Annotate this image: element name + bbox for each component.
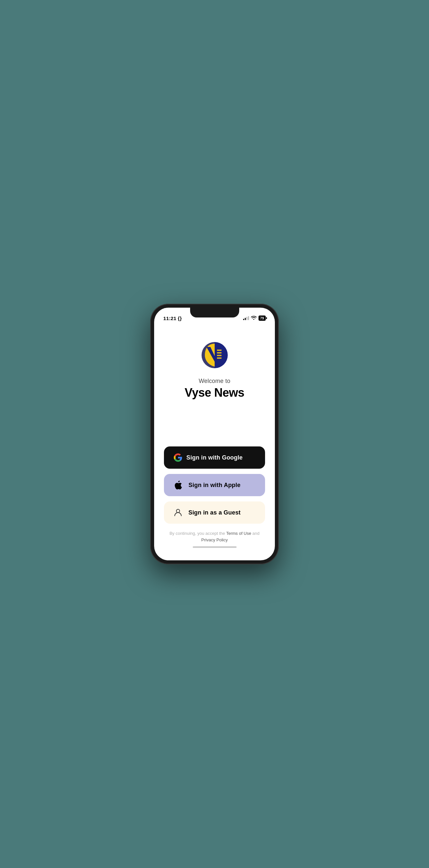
signal-bar-2 [245,318,246,320]
footer-legal: By continuing, you accept the Terms of U… [166,530,263,543]
svg-point-7 [176,509,180,513]
status-time: 11:21 {} [163,315,182,321]
home-indicator [193,546,237,548]
welcome-label: Welcome to [198,378,231,384]
google-icon [172,451,184,464]
apple-icon [172,479,184,491]
signal-bars-icon [243,316,249,320]
footer-conjunction: and [251,531,259,536]
status-icons: 79 [243,315,266,321]
apple-signin-button[interactable]: Sign in with Apple [164,474,265,496]
signal-bar-1 [243,319,244,320]
wifi-icon [251,315,256,321]
svg-rect-4 [217,352,221,353]
svg-rect-3 [217,349,221,351]
apple-button-label: Sign in with Apple [172,482,257,489]
battery-icon: 79 [258,315,266,321]
main-content: Welcome to Vyse News Sign in with G [154,324,275,560]
phone-frame: 11:21 {} 79 [150,304,279,564]
phone-screen: 11:21 {} 79 [154,308,275,560]
google-signin-button[interactable]: Sign in with Google [164,446,265,469]
guest-person-icon [172,506,184,519]
svg-rect-6 [217,358,221,359]
terms-link[interactable]: Terms of Use [226,531,251,536]
google-button-label: Sign in with Google [172,454,257,461]
signal-bar-3 [246,317,247,320]
battery-level: 79 [260,316,264,320]
notch [190,308,239,317]
signal-bar-4 [248,316,249,320]
svg-rect-5 [217,355,221,356]
privacy-link[interactable]: Privacy Policy [201,537,228,542]
app-logo [200,340,229,371]
footer-prefix: By continuing, you accept the [170,531,226,536]
guest-button-label: Sign in as a Guest [172,509,257,516]
guest-signin-button[interactable]: Sign in as a Guest [164,501,265,524]
signin-buttons: Sign in with Google Sign in with Apple [164,446,265,524]
app-name-heading: Vyse News [185,386,244,400]
